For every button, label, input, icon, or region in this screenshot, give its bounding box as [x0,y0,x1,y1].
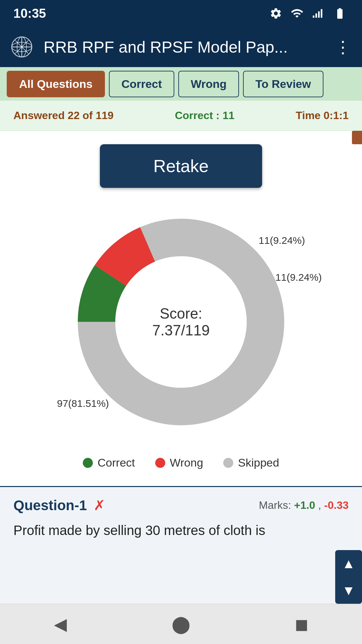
tab-all-questions[interactable]: All Questions [7,71,105,97]
stats-correct: Correct : 11 [175,109,235,122]
chart-label-skipped: 97(81.51%) [57,398,109,409]
marks-separator: , [315,499,324,511]
wrong-dot [155,458,165,468]
question-card: Question-1 ✗ Marks: +1.0 , -0.33 Profit … [0,487,362,604]
status-bar: 10:35 [0,0,362,27]
chart-center-text: Score: 7.37/119 [152,305,209,339]
marks-info: Marks: +1.0 , -0.33 [259,499,349,512]
settings-icon [269,7,282,20]
home-icon: ⬤ [172,614,190,634]
tab-correct[interactable]: Correct [109,71,174,97]
score-value: 7.37/119 [152,322,209,339]
stats-bar: Answered 22 of 119 Correct : 11 Time 0:1… [0,101,362,131]
chart-label-correct: 11(9.24%) [259,235,305,246]
correct-percent-text: 11(9.24%) [259,235,305,246]
main-content: Retake Score: 7.37/ [0,131,362,604]
stats-answered: Answered 22 of 119 [13,109,114,122]
recents-icon: ◼ [295,614,309,634]
correct-dot [83,458,93,468]
marks-negative: -0.33 [324,499,349,511]
skipped-percent-text: 97(81.51%) [57,398,109,409]
bottom-nav: ◀ ⬤ ◼ [0,604,362,644]
question-label: Question-1 [13,497,87,514]
legend-correct: Correct [83,456,135,469]
legend-wrong-label: Wrong [170,456,203,469]
legend-skipped: Skipped [223,456,279,469]
marks-positive: +1.0 [294,499,315,511]
more-options-icon[interactable]: ⋮ [335,37,352,57]
battery-icon [331,7,349,20]
legend-wrong: Wrong [155,456,203,469]
app-title: RRB RPF and RPSF Model Pap... [44,38,324,56]
tab-bar: All Questions Correct Wrong To Review [0,67,362,101]
status-icons [269,7,349,20]
wrong-percent-text: 11(9.24%) [276,272,322,283]
app-bar: RRB RPF and RPSF Model Pap... ⋮ [0,27,362,67]
wifi-icon [289,7,305,20]
stats-time: Time 0:1:1 [296,109,349,122]
question-text: Profit made by selling 30 metres of clot… [13,520,349,540]
back-icon: ◀ [54,614,67,634]
skipped-dot [223,458,233,468]
chart-label-wrong: 11(9.24%) [276,272,322,283]
nav-down-arrow[interactable]: ▼ [335,577,362,604]
retake-button[interactable]: Retake [100,144,262,188]
back-button[interactable]: ◀ [47,611,74,638]
nav-up-arrow[interactable]: ▲ [335,550,362,577]
legend-correct-label: Correct [98,456,135,469]
status-time: 10:35 [13,6,46,21]
app-logo [10,35,34,59]
question-header: Question-1 ✗ Marks: +1.0 , -0.33 [13,497,349,514]
recents-button[interactable]: ◼ [288,611,315,638]
scroll-indicator [352,131,362,144]
score-label: Score: [152,305,209,322]
tab-wrong[interactable]: Wrong [178,71,239,97]
chart-legend: Correct Wrong Skipped [83,456,279,469]
question-nav-arrows: ▲ ▼ [335,550,362,604]
tab-to-review[interactable]: To Review [243,71,323,97]
chart-container: Score: 7.37/119 11(9.24%) 11(9.24%) 97(8… [64,205,298,439]
wrong-mark-icon: ✗ [94,497,105,514]
home-button[interactable]: ⬤ [168,611,194,638]
marks-label: Marks: [259,499,294,511]
signal-icon [312,7,324,20]
legend-skipped-label: Skipped [238,456,279,469]
